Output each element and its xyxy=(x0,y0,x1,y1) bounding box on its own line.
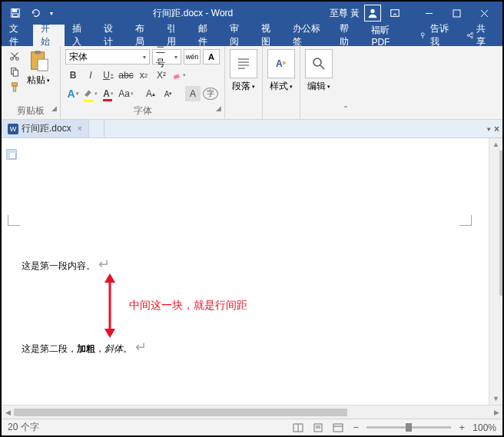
ribbon-options-button[interactable] xyxy=(386,4,404,22)
user-avatar[interactable] xyxy=(364,5,381,22)
tabs-close-all-icon[interactable]: × xyxy=(494,124,499,134)
group-styles: A 样式▾ xyxy=(263,46,300,119)
word-doc-icon: W xyxy=(8,124,18,134)
qat-dropdown[interactable]: ▾ xyxy=(46,4,57,22)
ribbon-tabs: 文件 开始 插入 设计 布局 引用 邮件 审阅 视图 办公标签 帮助 福昕PDF… xyxy=(2,25,502,46)
styles-button[interactable]: A xyxy=(267,49,295,78)
char-border-button[interactable]: A xyxy=(203,49,220,65)
scroll-thumb-h[interactable] xyxy=(14,409,347,416)
document-tabs: W 行间距.docx × ▾ × xyxy=(2,120,502,138)
status-bar: 20 个字 − + 100% xyxy=(2,419,502,435)
subscript-button[interactable]: x2 xyxy=(136,68,151,83)
svg-point-9 xyxy=(422,33,425,36)
group-font: 宋体▾ 二号▾ wén A B I U abc x2 X² A xyxy=(61,46,225,119)
format-painter-button[interactable] xyxy=(8,80,22,94)
scroll-thumb[interactable] xyxy=(499,151,503,296)
svg-point-13 xyxy=(471,36,472,38)
svg-rect-6 xyxy=(453,10,460,17)
zoom-level[interactable]: 100% xyxy=(472,422,496,433)
zoom-out-button[interactable]: − xyxy=(351,422,360,433)
print-layout-button[interactable] xyxy=(311,422,325,433)
clipboard-label: 剪贴板 xyxy=(17,105,45,116)
tab-help[interactable]: 帮助 xyxy=(332,25,363,46)
share-label: 共享 xyxy=(476,22,492,48)
share-button[interactable]: 共享 xyxy=(462,22,496,48)
paste-button[interactable]: 粘贴▾ xyxy=(22,49,55,87)
scroll-left-icon[interactable]: ◀ xyxy=(2,409,14,416)
italic-button[interactable]: I xyxy=(83,68,98,83)
scroll-down-icon[interactable]: ▼ xyxy=(492,392,499,405)
horizontal-scrollbar[interactable]: ◀ ▶ xyxy=(2,405,502,419)
tab-review[interactable]: 审阅 xyxy=(222,25,254,46)
close-button[interactable] xyxy=(470,2,498,25)
svg-text:A: A xyxy=(276,58,283,69)
maximize-button[interactable] xyxy=(443,2,470,25)
tab-file[interactable]: 文件 xyxy=(2,25,33,46)
paragraph-button[interactable] xyxy=(230,49,257,78)
ruler-toggle-icon[interactable] xyxy=(6,149,17,160)
zoom-knob[interactable] xyxy=(406,423,412,432)
font-color-button[interactable]: A xyxy=(101,86,116,101)
grow-font-button[interactable]: A▴ xyxy=(143,86,158,101)
user-name: 至尊 黃 xyxy=(330,7,360,20)
strikethrough-button[interactable]: abc xyxy=(118,68,134,83)
page[interactable]: 这是第一段内容。↵ 中间这一块，就是行间距 这是第二段，加粗，斜体。↵ xyxy=(2,138,489,405)
paragraph-label: 段落 xyxy=(232,80,250,93)
zoom-in-button[interactable]: + xyxy=(457,422,466,433)
phonetic-guide-button[interactable]: wén xyxy=(184,49,201,65)
clear-format-button[interactable] xyxy=(171,68,187,83)
titlebar: ▾ 行间距.docx - Word 至尊 黃 xyxy=(2,2,502,25)
document-area: 这是第一段内容。↵ 中间这一块，就是行间距 这是第二段，加粗，斜体。↵ ▲ ▼ xyxy=(2,138,502,405)
tab-insert[interactable]: 插入 xyxy=(65,25,96,46)
bold-button[interactable]: B xyxy=(65,68,81,83)
pilcrow-icon: ↵ xyxy=(98,257,110,272)
enclose-char-button[interactable]: 字 xyxy=(203,88,218,100)
svg-rect-22 xyxy=(12,83,18,86)
undo-button[interactable] xyxy=(26,4,45,22)
paragraph-2: 这是第二段，加粗，斜体。↵ xyxy=(22,336,147,356)
app-window: ▾ 行间距.docx - Word 至尊 黃 文件 开始 插入 设计 布局 引用… xyxy=(0,0,504,437)
collapse-ribbon-button[interactable]: ˆ xyxy=(337,46,354,119)
highlight-button[interactable] xyxy=(83,86,98,101)
svg-point-12 xyxy=(471,32,472,34)
text-effects-button[interactable]: A xyxy=(65,86,81,101)
svg-rect-4 xyxy=(391,10,400,17)
change-case-button[interactable]: Aa xyxy=(118,86,134,101)
svg-rect-1 xyxy=(13,9,17,12)
margin-mark-top-left xyxy=(8,215,20,226)
zoom-slider[interactable] xyxy=(366,426,451,429)
cut-button[interactable] xyxy=(8,49,22,63)
tab-home[interactable]: 开始 xyxy=(33,25,65,46)
tab-design[interactable]: 设计 xyxy=(96,25,128,46)
tab-view[interactable]: 视图 xyxy=(254,25,285,46)
tab-tellme[interactable]: 告诉我 xyxy=(411,25,461,46)
shrink-font-button[interactable]: A▾ xyxy=(161,86,176,101)
tab-foxit[interactable]: 福昕PDF xyxy=(363,25,411,46)
tab-references[interactable]: 引用 xyxy=(159,25,191,46)
document-tab[interactable]: W 行间距.docx × xyxy=(2,120,89,137)
minimize-button[interactable] xyxy=(415,2,443,25)
copy-button[interactable] xyxy=(8,65,22,78)
char-shading-button[interactable]: A xyxy=(185,86,201,101)
superscript-button[interactable]: X² xyxy=(154,68,169,83)
tab-layout[interactable]: 布局 xyxy=(128,25,159,46)
close-tab-icon[interactable]: × xyxy=(78,124,82,133)
underline-button[interactable]: U xyxy=(101,68,116,83)
font-name-combo[interactable]: 宋体▾ xyxy=(65,49,150,65)
vertical-scrollbar[interactable]: ▲ ▼ xyxy=(489,138,502,405)
font-launcher-icon[interactable]: ◢ xyxy=(216,104,221,112)
group-editing: 编辑▾ xyxy=(300,46,337,119)
save-button[interactable] xyxy=(6,4,25,22)
font-size-combo[interactable]: 二号▾ xyxy=(152,49,181,65)
svg-rect-21 xyxy=(13,70,18,76)
tab-mailings[interactable]: 邮件 xyxy=(191,25,222,46)
read-mode-button[interactable] xyxy=(291,422,305,433)
tab-officetab[interactable]: 办公标签 xyxy=(285,25,333,46)
clipboard-launcher-icon[interactable]: ◢ xyxy=(51,104,57,112)
scroll-up-icon[interactable]: ▲ xyxy=(492,138,499,151)
word-count[interactable]: 20 个字 xyxy=(8,421,39,434)
web-layout-button[interactable] xyxy=(331,422,345,433)
tabs-dropdown-icon[interactable]: ▾ xyxy=(487,125,491,133)
editing-button[interactable] xyxy=(305,49,333,78)
scroll-right-icon[interactable]: ▶ xyxy=(490,409,502,416)
